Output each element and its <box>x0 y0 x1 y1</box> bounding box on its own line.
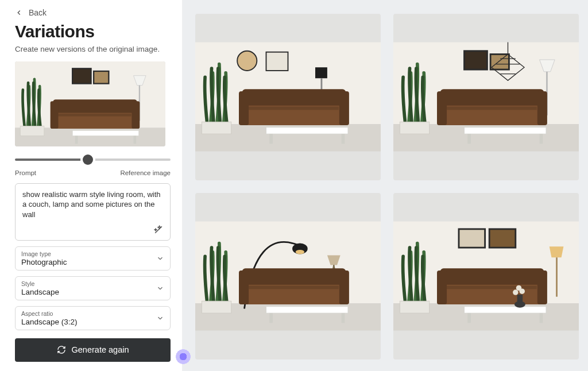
result-tile-2[interactable] <box>393 14 579 180</box>
svg-rect-26 <box>249 107 339 110</box>
results-grid <box>183 0 588 371</box>
style-value: Landscape <box>21 288 164 296</box>
svg-rect-28 <box>269 134 273 144</box>
svg-rect-13 <box>75 136 78 144</box>
image-type-value: Photographic <box>21 258 164 266</box>
svg-rect-63 <box>249 286 339 289</box>
svg-rect-41 <box>400 122 429 134</box>
magic-wand-icon[interactable] <box>153 224 164 235</box>
svg-rect-48 <box>467 134 471 144</box>
svg-rect-12 <box>72 130 139 136</box>
svg-rect-45 <box>537 92 547 126</box>
settings-panel: Back Variations Create new versions of t… <box>0 0 183 371</box>
generate-label: Generate again <box>72 345 129 354</box>
result-tile-1[interactable] <box>195 14 381 180</box>
chevron-left-icon <box>15 9 23 17</box>
svg-rect-29 <box>342 134 345 144</box>
svg-rect-3 <box>94 71 109 84</box>
svg-rect-2 <box>72 68 91 83</box>
svg-point-86 <box>516 285 522 291</box>
svg-rect-62 <box>339 271 349 305</box>
result-tile-4[interactable] <box>393 193 579 360</box>
svg-point-17 <box>237 51 257 71</box>
svg-rect-76 <box>437 271 447 305</box>
svg-rect-70 <box>489 229 516 248</box>
svg-rect-33 <box>490 55 509 70</box>
style-label: Style <box>21 280 164 287</box>
refresh-icon <box>57 345 66 354</box>
svg-rect-73 <box>400 302 429 314</box>
prompt-input[interactable]: show realistic warm style living room, w… <box>15 183 171 241</box>
svg-rect-11 <box>59 114 131 117</box>
back-button[interactable]: Back <box>15 8 171 17</box>
slider-label-left: Prompt <box>15 169 36 176</box>
svg-rect-72 <box>556 258 558 297</box>
activity-indicator <box>176 349 191 364</box>
aspect-ratio-select[interactable]: Aspect ratio Landscape (3:2) <box>15 306 171 330</box>
chevron-down-icon <box>156 284 164 292</box>
svg-rect-60 <box>242 269 346 285</box>
svg-rect-47 <box>465 127 547 134</box>
slider-knob[interactable] <box>83 154 93 165</box>
influence-slider[interactable]: Prompt Reference image <box>15 153 171 176</box>
svg-rect-21 <box>202 122 231 134</box>
svg-point-84 <box>513 290 519 296</box>
svg-rect-78 <box>447 286 537 289</box>
svg-rect-6 <box>20 126 44 136</box>
svg-rect-14 <box>134 136 137 144</box>
image-type-label: Image type <box>21 250 164 257</box>
svg-rect-18 <box>266 52 288 71</box>
style-select[interactable]: Style Landscape <box>15 276 171 300</box>
svg-rect-9 <box>51 101 59 129</box>
page-subtitle: Create new versions of the original imag… <box>15 45 171 53</box>
original-image-thumbnail[interactable] <box>15 61 165 146</box>
svg-rect-8 <box>53 99 137 113</box>
prompt-text: show realistic warm style living room, w… <box>22 190 161 219</box>
slider-label-right: Reference image <box>120 169 171 176</box>
svg-rect-81 <box>540 314 543 323</box>
svg-point-53 <box>296 250 304 254</box>
page-title: Variations <box>15 22 171 41</box>
svg-rect-10 <box>131 101 140 129</box>
svg-rect-83 <box>517 295 523 304</box>
svg-rect-80 <box>467 314 471 323</box>
svg-rect-44 <box>437 92 447 126</box>
living-room-thumb <box>15 61 165 146</box>
svg-rect-64 <box>266 307 349 313</box>
svg-rect-77 <box>537 271 547 305</box>
svg-rect-61 <box>239 271 249 305</box>
image-type-select[interactable]: Image type Photographic <box>15 246 171 270</box>
result-tile-3[interactable] <box>195 193 381 360</box>
svg-rect-75 <box>440 269 544 285</box>
chevron-down-icon <box>156 314 164 322</box>
svg-rect-66 <box>342 314 345 323</box>
aspect-ratio-label: Aspect ratio <box>21 310 164 317</box>
aspect-ratio-value: Landscape (3:2) <box>21 318 164 326</box>
svg-rect-46 <box>447 107 537 110</box>
svg-rect-19 <box>315 68 327 79</box>
svg-rect-24 <box>239 92 249 126</box>
svg-rect-49 <box>540 134 543 144</box>
svg-rect-58 <box>202 302 231 314</box>
svg-rect-25 <box>339 92 349 126</box>
svg-marker-71 <box>550 247 564 258</box>
svg-rect-69 <box>459 229 485 248</box>
svg-rect-23 <box>242 90 346 106</box>
svg-rect-65 <box>269 314 273 323</box>
chevron-down-icon <box>156 254 164 262</box>
generate-again-button[interactable]: Generate again <box>15 338 171 362</box>
svg-rect-27 <box>266 127 349 134</box>
svg-rect-32 <box>465 51 488 69</box>
svg-rect-79 <box>465 307 547 313</box>
svg-rect-43 <box>440 90 544 106</box>
back-label: Back <box>29 8 47 17</box>
